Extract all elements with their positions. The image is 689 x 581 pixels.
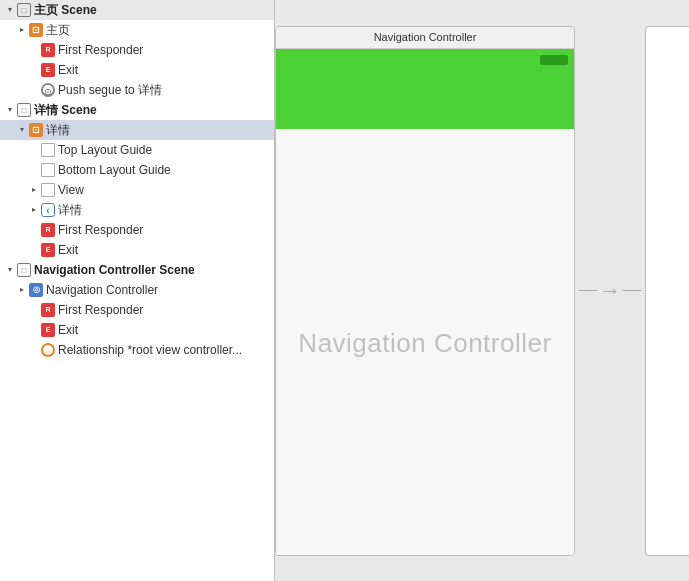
- scene-icon-xiangqing: □: [17, 103, 31, 117]
- triangle-fr1: [28, 44, 40, 56]
- relationship-label: Relationship *root view controller...: [58, 343, 242, 357]
- right-frame-partial: [645, 26, 689, 556]
- item-top-layout[interactable]: Top Layout Guide: [0, 140, 274, 160]
- xiangqing2-icon: ‹: [41, 203, 55, 217]
- triangle-segue: [28, 84, 40, 96]
- exit-icon-2: E: [41, 243, 55, 257]
- segue-icon: ⊙: [41, 83, 55, 97]
- item-first-responder-3[interactable]: R First Responder: [0, 300, 274, 320]
- triangle-top-layout: [28, 144, 40, 156]
- nav-controller-scene-label: Navigation Controller Scene: [34, 263, 195, 277]
- scene-xiangqing[interactable]: □ 详情 Scene: [0, 100, 274, 120]
- xiangqing-root-label: 详情: [46, 122, 70, 139]
- item-xiangqing2[interactable]: ‹ 详情: [0, 200, 274, 220]
- controller-icon-xiangqing: ⊡: [29, 123, 43, 137]
- nav-bar: Navigation Controller: [276, 27, 574, 49]
- push-segue-label: Push segue to 详情: [58, 82, 162, 99]
- triangle-fr3: [28, 304, 40, 316]
- battery-indicator: [540, 55, 568, 65]
- xiangqing2-label: 详情: [58, 202, 82, 219]
- triangle-nav-scene[interactable]: [4, 264, 16, 276]
- first-responder-icon-3: R: [41, 303, 55, 317]
- exit-icon-1: E: [41, 63, 55, 77]
- scene-nav-controller[interactable]: □ Navigation Controller Scene: [0, 260, 274, 280]
- arrow-icon: →: [599, 280, 621, 302]
- top-layout-label: Top Layout Guide: [58, 143, 152, 157]
- item-zhuye[interactable]: ⊡ 主页: [0, 20, 274, 40]
- exit-icon-3: E: [41, 323, 55, 337]
- scene-icon: □: [17, 3, 31, 17]
- first-responder-3-label: First Responder: [58, 303, 143, 317]
- zhuye-label: 主页: [46, 22, 70, 39]
- exit-2-label: Exit: [58, 243, 78, 257]
- phone-frame: Navigation Controller Navigation Control…: [275, 26, 575, 556]
- triangle-exit2: [28, 244, 40, 256]
- item-nav-controller[interactable]: ◎ Navigation Controller: [0, 280, 274, 300]
- item-first-responder-1[interactable]: R First Responder: [0, 40, 274, 60]
- item-relationship[interactable]: ○ Relationship *root view controller...: [0, 340, 274, 360]
- triangle-zhuye[interactable]: [16, 24, 28, 36]
- first-responder-2-label: First Responder: [58, 223, 143, 237]
- exit-3-label: Exit: [58, 323, 78, 337]
- view-icon: [41, 183, 55, 197]
- bottom-layout-label: Bottom Layout Guide: [58, 163, 171, 177]
- phone-content-area: Navigation Controller: [276, 129, 574, 556]
- triangle-view[interactable]: [28, 184, 40, 196]
- right-connector-line: [623, 290, 641, 291]
- triangle-xiangqing-scene[interactable]: [4, 104, 16, 116]
- scene-zhuye[interactable]: □ 主页 Scene: [0, 0, 274, 20]
- item-exit-2[interactable]: E Exit: [0, 240, 274, 260]
- arrow-connector: →: [579, 280, 641, 302]
- green-content-area: [276, 49, 574, 129]
- triangle-fr2: [28, 224, 40, 236]
- item-push-segue[interactable]: ⊙ Push segue to 详情: [0, 80, 274, 100]
- first-responder-icon-2: R: [41, 223, 55, 237]
- nav-controller-icon: ◎: [29, 283, 43, 297]
- item-first-responder-2[interactable]: R First Responder: [0, 220, 274, 240]
- controller-icon-zhuye: ⊡: [29, 23, 43, 37]
- nav-bar-title: Navigation Controller: [374, 31, 477, 43]
- nav-controller-big-label: Navigation Controller: [298, 327, 551, 358]
- bottom-layout-icon: [41, 163, 55, 177]
- item-exit-1[interactable]: E Exit: [0, 60, 274, 80]
- triangle-exit1: [28, 64, 40, 76]
- item-exit-3[interactable]: E Exit: [0, 320, 274, 340]
- canvas-content: Navigation Controller Navigation Control…: [275, 26, 689, 556]
- top-layout-icon: [41, 143, 55, 157]
- triangle-bottom-layout: [28, 164, 40, 176]
- left-connector-line: [579, 290, 597, 291]
- nav-controller-label: Navigation Controller: [46, 283, 158, 297]
- triangle-xiangqing2[interactable]: [28, 204, 40, 216]
- exit-1-label: Exit: [58, 63, 78, 77]
- item-view[interactable]: View: [0, 180, 274, 200]
- zhuye-scene-label: 主页 Scene: [34, 2, 97, 19]
- triangle-xiangqing[interactable]: [16, 124, 28, 136]
- first-responder-icon-1: R: [41, 43, 55, 57]
- triangle-relationship: [28, 344, 40, 356]
- item-bottom-layout[interactable]: Bottom Layout Guide: [0, 160, 274, 180]
- item-xiangqing-root[interactable]: ⊡ 详情: [0, 120, 274, 140]
- triangle-exit3: [28, 324, 40, 336]
- relationship-icon: ○: [41, 343, 55, 357]
- canvas-area: Navigation Controller Navigation Control…: [275, 0, 689, 581]
- triangle-nav-controller[interactable]: [16, 284, 28, 296]
- tree-view: □ 主页 Scene ⊡ 主页 R First Responder E Exit…: [0, 0, 275, 581]
- xiangqing-scene-label: 详情 Scene: [34, 102, 97, 119]
- triangle-zhuye-scene[interactable]: [4, 4, 16, 16]
- scene-icon-nav: □: [17, 263, 31, 277]
- first-responder-1-label: First Responder: [58, 43, 143, 57]
- view-label: View: [58, 183, 84, 197]
